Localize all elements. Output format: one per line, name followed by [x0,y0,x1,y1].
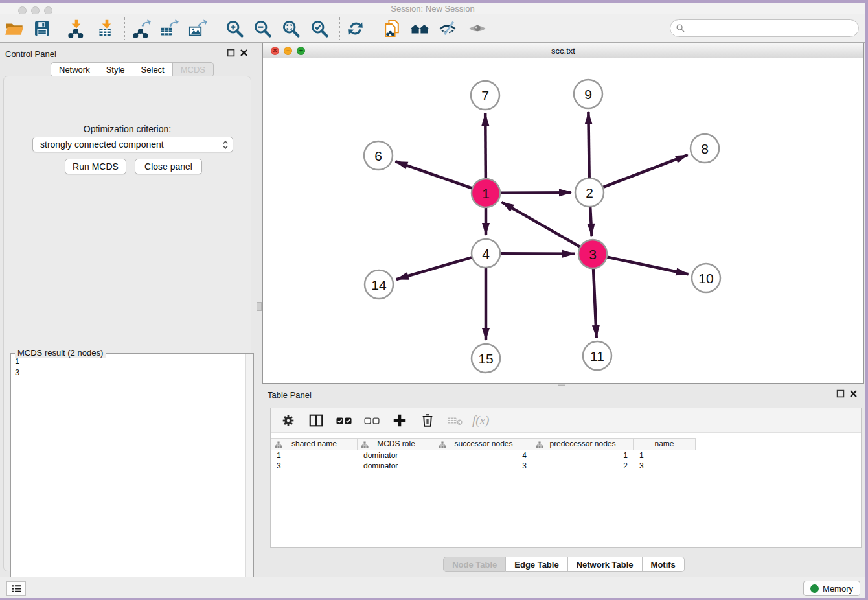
network-window-titlebar[interactable]: ✕ − + scc.txt [263,43,863,58]
table-cell[interactable]: 1 [532,450,634,461]
table-cell[interactable]: dominator [358,450,435,461]
graph-edge-2-8[interactable] [603,155,688,187]
graph-node-1[interactable]: 1 [472,179,500,207]
save-floppy-icon [32,19,52,38]
graph-edge-3-11[interactable] [593,268,597,338]
zoom-out-button[interactable] [251,17,273,40]
export-network-icon [131,19,151,38]
graph-edge-2-9[interactable] [588,112,589,178]
network-canvas[interactable]: 1234678910111415 [263,58,863,383]
graph-node-7[interactable]: 7 [471,81,499,110]
column-header-predecessor-nodes[interactable]: predecessor nodes [532,438,634,450]
table-row[interactable]: 1dominator411 [271,450,696,461]
open-folder-button[interactable] [3,17,25,40]
graph-node-4[interactable]: 4 [472,239,500,268]
graph-edge-1-6[interactable] [395,161,472,189]
select-all-icon [334,413,354,428]
task-history-button[interactable] [6,581,26,596]
table-cell[interactable]: 3 [435,461,532,471]
column-header-MCDS-role[interactable]: MCDS role [358,438,435,450]
toolbar-separator [60,17,60,40]
split-pane-button[interactable] [305,411,327,430]
table-cell[interactable]: 1 [634,450,696,461]
column-header-shared-name[interactable]: shared name [271,438,358,450]
close-table-panel-icon[interactable] [849,389,858,398]
close-panel-icon[interactable] [240,49,248,57]
graph-edge-2-3[interactable] [590,207,591,236]
table-header-row: shared nameMCDS rolesuccessor nodesprede… [271,438,696,450]
mcds-result-text: 1 3 [11,354,245,597]
export-network-button[interactable] [130,17,152,40]
tab-mcds[interactable]: MCDS [173,62,214,77]
tab-network-table[interactable]: Network Table [568,557,643,572]
zoom-selected-button[interactable] [308,17,330,40]
graph-node-9[interactable]: 9 [574,80,602,108]
table-cell[interactable]: 3 [634,461,696,471]
close-panel-button[interactable]: Close panel [135,159,202,174]
delete-table-icon [446,413,465,428]
graph-edge-3-10[interactable] [607,257,689,275]
graph-node-8[interactable]: 8 [691,134,719,163]
graph-edge-3-1[interactable] [501,202,580,247]
add-column-button[interactable] [389,411,411,430]
graph-node-label: 6 [374,148,382,163]
split-pane-icon [308,413,324,428]
optimization-criterion-select[interactable]: strongly connected component [32,137,233,152]
tab-style[interactable]: Style [98,62,133,77]
graph-node-14[interactable]: 14 [365,270,393,299]
zoom-in-button[interactable] [223,17,246,40]
graph-edge-4-3[interactable] [500,253,575,254]
graph-node-2[interactable]: 2 [575,178,604,207]
deselect-all-button[interactable] [361,411,383,430]
search-box[interactable] [670,19,859,37]
table-cell[interactable]: 4 [435,450,532,461]
tab-motifs[interactable]: Motifs [643,557,685,572]
tab-select[interactable]: Select [133,62,173,77]
tab-node-table[interactable]: Node Table [443,557,506,572]
column-header-name[interactable]: name [634,438,696,450]
graph-node-3[interactable]: 3 [578,240,607,268]
delete-button[interactable] [417,411,439,430]
mcds-result-scrollbar[interactable] [245,354,253,597]
table-panel: Table Panel f(x) shared nameMCDS rolesuc… [258,385,865,577]
graph-node-label: 9 [584,87,592,102]
import-table-button[interactable] [96,17,118,40]
search-input[interactable] [685,23,858,33]
export-image-button[interactable] [187,17,209,40]
run-mcds-button[interactable]: Run MCDS [65,159,126,174]
copy-network-button[interactable] [381,17,403,40]
float-table-panel-icon[interactable] [836,389,845,398]
eye-slash-button[interactable] [437,17,459,40]
graph-node-15[interactable]: 15 [472,344,500,373]
import-table-icon [97,19,117,38]
graph-node-6[interactable]: 6 [364,141,393,170]
table-cell[interactable]: dominator [358,461,435,471]
export-table-button[interactable] [158,17,180,40]
import-network-icon [67,19,86,38]
save-floppy-button[interactable] [31,17,53,40]
zoom-fit-button[interactable] [280,17,302,40]
graph-edge-4-14[interactable] [396,257,472,279]
table-cell[interactable]: 3 [271,461,358,471]
vertical-splitter-grip[interactable] [257,302,262,311]
control-panel: Control Panel NetworkStyleSelectMCDS Opt… [0,43,255,577]
refresh-button[interactable] [345,17,367,40]
table-row[interactable]: 3dominator323 [271,461,696,471]
tab-edge-table[interactable]: Edge Table [506,557,567,572]
table-cell[interactable]: 2 [532,461,634,471]
table-cell[interactable]: 1 [271,450,358,461]
float-panel-icon[interactable] [227,49,235,57]
eye-button[interactable] [466,17,488,40]
function-builder-icon[interactable]: f(x) [472,413,489,428]
graph-edge-1-2[interactable] [500,192,571,193]
import-network-button[interactable] [65,17,87,40]
gear-button[interactable] [277,411,299,430]
graph-node-11[interactable]: 11 [583,341,611,370]
column-header-successor-nodes[interactable]: successor nodes [435,438,532,450]
memory-button[interactable]: Memory [803,581,860,596]
graph-node-10[interactable]: 10 [692,264,720,292]
graph-edge-1-7[interactable] [485,113,486,179]
tab-network[interactable]: Network [51,62,98,77]
home-pair-button[interactable] [409,17,431,40]
select-all-button[interactable] [333,411,355,430]
